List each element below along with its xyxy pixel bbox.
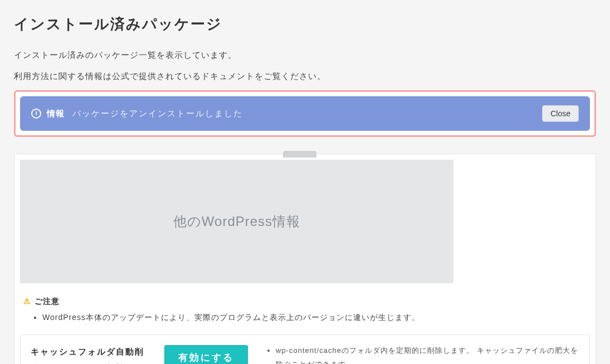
info-alert: i 情報 パッケージをアンインストールしました Close	[20, 96, 590, 131]
alert-message: パッケージをアンインストールしました	[72, 106, 542, 121]
panel-tab-nub	[283, 151, 316, 158]
caution-list: WordPress本体のアップデートにより、実際のプログラムと表示上のバージョン…	[42, 311, 590, 324]
warning-icon: ⚠	[23, 294, 31, 308]
wordpress-info-placeholder: 他のWordPress情報	[20, 160, 453, 283]
content-panel: 他のWordPress情報 ⚠ ご注意 WordPress本体のアップデートによ…	[14, 154, 596, 364]
caution-heading: ⚠ ご注意	[23, 294, 590, 308]
cache-setting-label: キャッシュフォルダ自動削除（ステータス：無効）	[31, 344, 148, 364]
enable-button[interactable]: 有効にする	[164, 345, 248, 364]
page-description: インストール済みのパッケージ一覧を表示しています。 利用方法に関する情報は公式で…	[14, 47, 596, 85]
cache-setting-row: キャッシュフォルダ自動削除（ステータス：無効） 有効にする wp-content…	[20, 335, 590, 364]
cache-setting-description: wp-content/cacheのフォルダ内を定期的に削除します。 キャッシュフ…	[265, 344, 579, 364]
page-container: インストール済みパッケージ インストール済みのパッケージ一覧を表示しています。 …	[0, 0, 610, 364]
alert-label: 情報	[47, 106, 65, 121]
caution-item: WordPress本体のアップデートにより、実際のプログラムと表示上のバージョン…	[42, 311, 590, 324]
desc-line-2: 利用方法に関する情報は公式で提供されているドキュメントをご覧ください。	[14, 68, 596, 85]
alert-highlight-frame: i 情報 パッケージをアンインストールしました Close	[14, 90, 596, 137]
info-icon: i	[31, 109, 41, 119]
desc-line-1: インストール済みのパッケージ一覧を表示しています。	[14, 47, 596, 63]
close-button[interactable]: Close	[542, 105, 579, 122]
placeholder-text: 他のWordPress情報	[173, 209, 300, 233]
cache-desc-item: wp-content/cacheのフォルダ内を定期的に削除します。 キャッシュフ…	[276, 344, 579, 364]
page-title: インストール済みパッケージ	[14, 11, 596, 37]
caution-heading-text: ご注意	[35, 294, 60, 308]
